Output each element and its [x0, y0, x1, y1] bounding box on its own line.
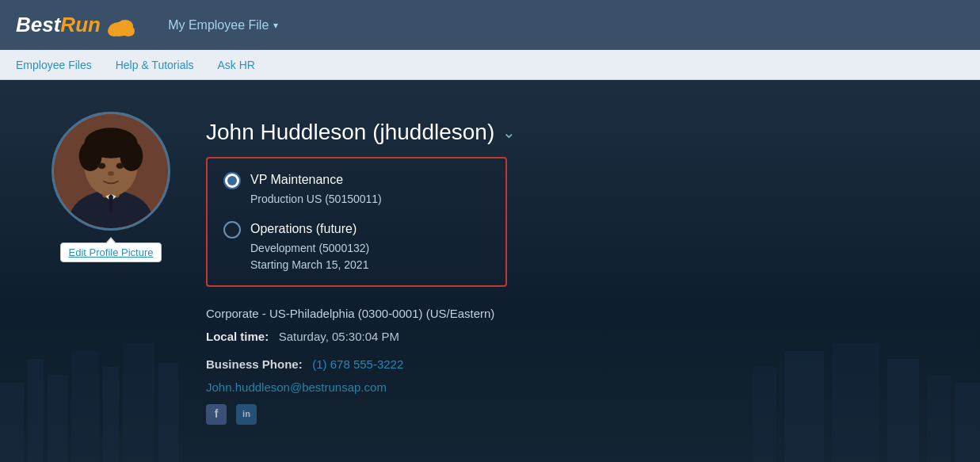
- edit-profile-picture-button[interactable]: Edit Profile Picture: [69, 246, 154, 258]
- svg-rect-12: [753, 367, 776, 462]
- dropdown-arrow-icon: ▾: [273, 20, 278, 31]
- svg-rect-17: [955, 383, 980, 462]
- role-option-1[interactable]: VP Maintenance Production US (50150011): [223, 170, 490, 208]
- nav-employee-files[interactable]: Employee Files: [16, 52, 92, 78]
- avatar: [51, 112, 170, 231]
- edit-profile-picture-tooltip: Edit Profile Picture: [60, 242, 162, 262]
- svg-rect-16: [927, 375, 951, 462]
- brand-name: BestRun: [16, 13, 136, 37]
- svg-rect-13: [784, 351, 824, 462]
- my-employee-file-label: My Employee File: [168, 18, 269, 32]
- radio-unselected-icon[interactable]: [223, 221, 241, 239]
- svg-rect-15: [887, 359, 919, 462]
- svg-rect-14: [832, 343, 879, 462]
- skyline-decoration: [0, 319, 980, 462]
- svg-point-26: [116, 162, 124, 169]
- secondary-nav: Employee Files Help & Tutorials Ask HR: [0, 50, 980, 80]
- nav-help-tutorials[interactable]: Help & Tutorials: [116, 52, 194, 78]
- employee-name-header: John Huddleson (jhuddleson) ⌄: [206, 120, 932, 145]
- svg-rect-11: [158, 363, 178, 462]
- chevron-down-icon[interactable]: ⌄: [502, 123, 516, 142]
- main-content: Edit Profile Picture John Huddleson (jhu…: [0, 80, 980, 462]
- radio-selected-icon[interactable]: [223, 172, 241, 189]
- role-1-title: VP Maintenance: [250, 170, 382, 189]
- role-1-detail1: Production US (50150011): [250, 191, 382, 208]
- my-employee-file-menu[interactable]: My Employee File ▾: [168, 18, 278, 32]
- svg-rect-9: [103, 367, 119, 462]
- role-2-title: Operations (future): [250, 220, 369, 239]
- nav-ask-hr[interactable]: Ask HR: [218, 52, 255, 78]
- svg-point-25: [98, 162, 106, 169]
- role-selection-box: VP Maintenance Production US (50150011) …: [206, 157, 507, 287]
- svg-rect-8: [71, 351, 99, 462]
- svg-point-27: [108, 171, 114, 176]
- svg-rect-7: [48, 375, 67, 462]
- logo-cloud-icon: [108, 15, 136, 37]
- role-option-2[interactable]: Operations (future) Development (5000132…: [223, 220, 490, 273]
- avatar-image: [54, 112, 168, 231]
- svg-rect-4: [110, 29, 134, 36]
- svg-marker-29: [109, 194, 113, 213]
- logo: BestRun: [16, 13, 136, 37]
- location-value: Corporate - US-Philadelphia (0300-0001) …: [206, 307, 494, 320]
- top-nav: BestRun My Employee File ▾: [0, 0, 980, 50]
- svg-rect-6: [28, 359, 44, 462]
- svg-rect-5: [0, 383, 24, 462]
- employee-full-name: John Huddleson (jhuddleson): [206, 120, 494, 145]
- svg-rect-10: [123, 343, 154, 462]
- role-2-detail2: Starting March 15, 2021: [250, 257, 369, 273]
- role-2-detail1: Development (5000132): [250, 240, 369, 257]
